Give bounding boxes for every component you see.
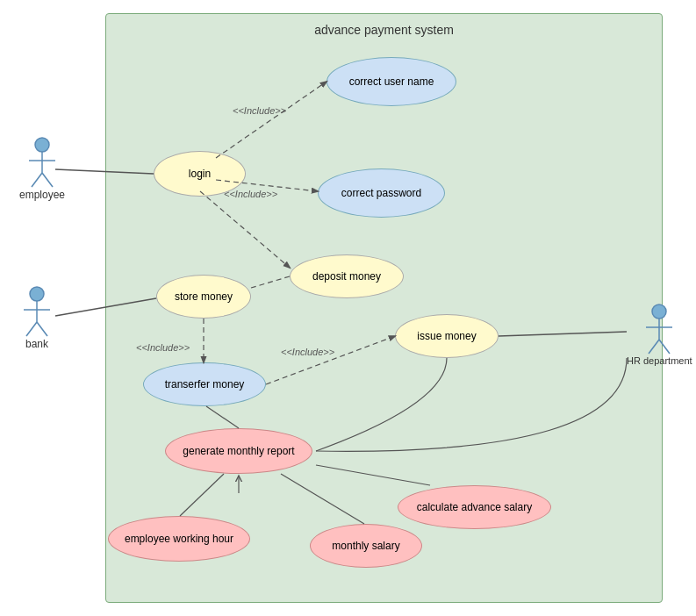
transfer-money-label: transerfer money <box>165 378 245 390</box>
employee-label: employee <box>19 189 65 201</box>
bank-label: bank <box>25 338 48 350</box>
canvas: advance payment system employee bank <box>0 0 696 616</box>
correct-pass-node: correct password <box>318 168 445 218</box>
svg-line-14 <box>659 340 670 354</box>
svg-point-0 <box>35 138 49 152</box>
correct-pass-label: correct password <box>341 187 421 199</box>
login-label: login <box>189 168 211 180</box>
svg-point-10 <box>652 304 666 319</box>
issue-money-label: issue money <box>417 330 476 342</box>
correct-user-label: correct user name <box>349 75 434 88</box>
actor-employee: employee <box>19 136 65 201</box>
calc-advance-label: calculate advance salary <box>417 501 532 513</box>
monthly-sal-label: monthly salary <box>332 540 399 552</box>
svg-line-8 <box>26 322 37 336</box>
hr-label: HR department <box>627 355 692 366</box>
svg-line-9 <box>37 322 47 336</box>
actor-bank: bank <box>19 285 54 350</box>
gen-report-label: generate monthly report <box>183 445 294 457</box>
actor-hr: HR department <box>627 303 692 366</box>
diagram-title: advance payment system <box>106 23 662 37</box>
emp-working-node: employee working hour <box>108 516 250 562</box>
svg-line-4 <box>42 173 53 187</box>
store-money-node: store money <box>156 275 251 319</box>
calc-advance-node: calculate advance salary <box>398 485 551 529</box>
correct-user-node: correct user name <box>326 57 456 106</box>
gen-report-node: generate monthly report <box>165 428 312 474</box>
deposit-money-label: deposit money <box>312 270 381 283</box>
deposit-money-node: deposit money <box>290 254 404 298</box>
issue-money-node: issue money <box>395 314 499 358</box>
monthly-sal-node: monthly salary <box>310 524 422 568</box>
svg-line-13 <box>649 340 659 354</box>
transfer-money-node: transerfer money <box>143 362 266 406</box>
emp-working-label: employee working hour <box>125 533 233 545</box>
store-money-label: store money <box>175 290 233 303</box>
svg-point-5 <box>30 287 44 301</box>
svg-line-3 <box>32 173 42 187</box>
login-node: login <box>154 151 246 197</box>
